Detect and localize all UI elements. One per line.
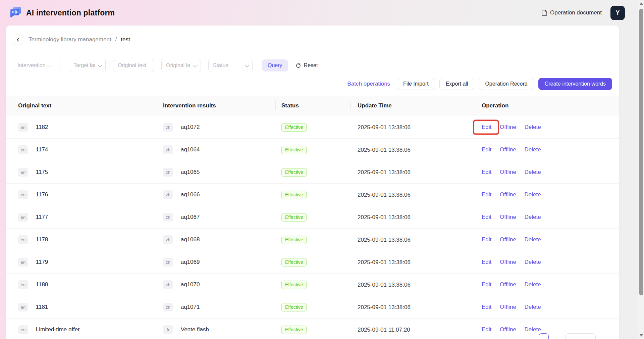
source-lang-tag: en [18,123,28,132]
table-row: en 1178 zh aq1068 Effective 2025-09-01 1… [6,229,619,251]
breadcrumb-divider [6,55,619,55]
status-select[interactable]: Status [208,59,253,72]
status-badge: Effective [281,146,307,154]
original-language-select[interactable]: Original la... [161,59,201,72]
delete-button[interactable]: Delete [525,236,541,243]
query-button[interactable]: Query [262,59,288,71]
source-lang-tag: en [18,168,28,177]
scrollbar[interactable] [638,0,644,339]
column-header-operation: Operation [472,96,619,116]
status-badge: Effective [281,326,307,334]
original-text-value: 1175 [36,169,48,175]
avatar[interactable]: Y [610,6,625,20]
delete-button[interactable]: Delete [525,214,541,220]
edit-button[interactable]: Edit [482,214,491,220]
intervention-result-value: Vente flash [181,326,209,333]
update-time-value: 2025-09-01 13:38:06 [358,236,411,243]
offline-button[interactable]: Offline [500,304,516,310]
edit-button[interactable]: Edit [482,281,491,288]
status-badge: Effective [281,191,307,199]
target-language-select[interactable]: Target lan... [69,59,106,72]
operation-document-link[interactable]: Operation document [541,9,602,16]
intervention-result-value: aq1066 [181,191,200,198]
column-header-intervention-results: Intervention results [158,96,276,116]
offline-button[interactable]: Offline [500,326,516,333]
offline-button[interactable]: Offline [500,124,516,130]
scroll-up-arrow-icon[interactable] [640,2,643,5]
offline-button[interactable]: Offline [500,281,516,288]
edit-button[interactable]: Edit [482,191,491,198]
target-lang-tag: zh [163,123,173,132]
chevron-down-icon [98,63,102,67]
status-badge: Effective [281,303,307,311]
source-lang-tag: en [18,303,28,311]
operation-document-label: Operation document [550,9,602,16]
edit-button[interactable]: Edit [482,124,491,130]
update-time-value: 2025-09-01 13:38:06 [358,124,411,130]
intervention-result-value: aq1067 [181,214,200,220]
delete-button[interactable]: Delete [525,169,541,175]
intervention-word-input[interactable] [13,59,61,72]
table-row: en 1182 zh aq1072 Effective 2025-09-01 1… [6,116,619,139]
scroll-down-arrow-icon[interactable] [640,334,643,337]
terminology-table: Original text Intervention results Statu… [6,96,619,339]
delete-button[interactable]: Delete [525,281,541,288]
intervention-result-value: aq1064 [181,146,200,153]
status-select-value: Status [213,62,228,68]
source-lang-tag: en [18,213,28,222]
edit-button[interactable]: Edit [482,169,491,175]
chevron-left-icon [16,38,20,42]
table-row: en Limited-time offer fr Vente flash Eff… [6,319,619,339]
create-intervention-words-button[interactable]: Create intervention words [538,78,612,90]
delete-button[interactable]: Delete [525,259,541,265]
table-body: en 1182 zh aq1072 Effective 2025-09-01 1… [6,116,619,339]
original-text-value: 1179 [36,259,48,265]
offline-button[interactable]: Offline [500,146,516,153]
original-text-input[interactable] [113,59,154,72]
export-all-button[interactable]: Export all [439,78,475,90]
table-row: en 1181 zh aq1071 Effective 2025-09-01 1… [6,296,619,319]
scrollbar-thumb[interactable] [639,9,643,295]
delete-button[interactable]: Delete [525,191,541,198]
edit-button[interactable]: Edit [482,146,491,153]
offline-button[interactable]: Offline [500,191,516,198]
delete-button[interactable]: Delete [525,146,541,153]
source-lang-tag: en [18,190,28,199]
target-lang-tag: zh [163,168,173,177]
table-row: en 1176 zh aq1066 Effective 2025-09-01 1… [6,184,619,206]
edit-button[interactable]: Edit [482,259,491,265]
pagination-page-size-select[interactable] [565,333,596,339]
source-lang-tag: en [18,145,28,154]
edit-button[interactable]: Edit [482,326,491,333]
refresh-icon [296,63,301,68]
delete-button[interactable]: Delete [525,124,541,130]
offline-button[interactable]: Offline [500,236,516,243]
batch-operations-link[interactable]: Batch operations [347,81,390,87]
offline-button[interactable]: Offline [500,259,516,265]
edit-button[interactable]: Edit [482,304,491,310]
update-time-value: 2025-09-01 13:38:06 [358,304,411,310]
original-text-value: Limited-time offer [36,326,80,333]
status-badge: Effective [281,236,307,244]
target-lang-tag: zh [163,190,173,199]
edit-button[interactable]: Edit [482,236,491,243]
pagination-current-page-button[interactable] [539,333,549,339]
source-lang-tag: en [18,280,28,289]
breadcrumb-separator: / [115,36,117,43]
column-header-status: Status [276,96,351,116]
filter-bar: Target lan... Original la... Status Quer… [13,59,612,72]
delete-button[interactable]: Delete [525,326,541,333]
offline-button[interactable]: Offline [500,214,516,220]
breadcrumb-parent[interactable]: Terminology library management [29,36,111,43]
back-button[interactable] [13,35,23,45]
app-title: AI intervention platform [26,8,115,17]
offline-button[interactable]: Offline [500,169,516,175]
ai-intervention-platform-page: AI intervention platform Operation docum… [0,0,644,339]
update-time-value: 2025-09-01 13:38:06 [358,169,411,175]
delete-button[interactable]: Delete [525,304,541,310]
update-time-value: 2025-09-01 13:38:06 [358,146,411,153]
original-text-value: 1176 [36,191,48,198]
reset-button[interactable]: Reset [296,62,318,68]
file-import-button[interactable]: File Import [397,78,435,90]
operation-record-button[interactable]: Operation Record [479,78,534,90]
